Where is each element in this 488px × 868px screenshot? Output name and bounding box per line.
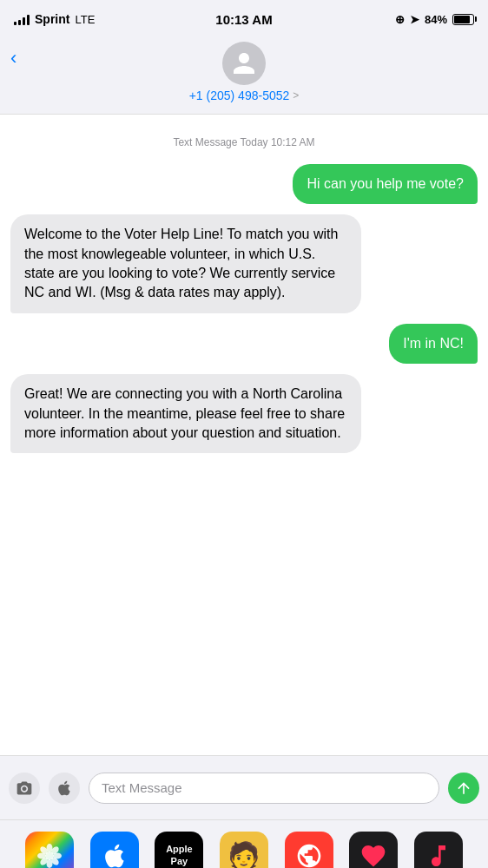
messages-area: Text Message Today 10:12 AM Hi can you h… [0, 115, 488, 755]
bubble-incoming-1: Welcome to the Voter Help Line! To match… [10, 214, 361, 313]
status-time: 10:13 AM [215, 12, 272, 27]
signal-bars-icon [14, 13, 30, 25]
contact-name[interactable]: +1 (205) 498-5052 > [189, 89, 300, 102]
contact-number: +1 (205) 498-5052 [189, 89, 290, 102]
dock-photos-icon[interactable] [25, 832, 74, 869]
send-button[interactable] [448, 773, 479, 804]
back-button[interactable]: ‹ [10, 47, 16, 69]
globe-search-icon [295, 842, 323, 869]
contact-avatar [222, 42, 266, 85]
app-store-icon [56, 779, 73, 797]
person-icon [231, 50, 257, 76]
bubble-outgoing-2: I'm in NC! [389, 324, 478, 364]
app-store-a-icon [101, 842, 129, 869]
heart-icon [359, 842, 387, 869]
text-input-placeholder: Text Message [102, 780, 182, 795]
status-bar: Sprint LTE 10:13 AM ⊕ ➤ 84% [0, 0, 488, 38]
message-row: Great! We are connecting you with a Nort… [10, 374, 478, 453]
battery-percent: 84% [425, 13, 447, 26]
battery-fill [454, 16, 470, 23]
dock-emoji-icon[interactable]: 🧑 [220, 832, 268, 869]
camera-icon [16, 779, 33, 797]
text-input-wrapper[interactable]: Text Message [89, 773, 439, 804]
battery-icon [452, 14, 474, 25]
send-arrow-icon [455, 779, 472, 797]
chevron-right-icon: > [293, 89, 299, 102]
dock-appstore-icon[interactable] [90, 832, 139, 869]
network-label: LTE [75, 13, 95, 26]
message-row: Welcome to the Voter Help Line! To match… [10, 214, 478, 313]
location-icon: ⊕ [395, 13, 405, 26]
dock-search-icon[interactable] [285, 832, 333, 869]
navigation-icon: ➤ [410, 13, 419, 26]
status-left: Sprint LTE [14, 12, 95, 26]
dock-music-icon[interactable] [414, 832, 463, 869]
carrier-label: Sprint [35, 12, 69, 26]
message-row: I'm in NC! [10, 324, 478, 364]
applepay-label: ApplePay [166, 844, 193, 866]
bubble-outgoing-1: Hi can you help me vote? [293, 164, 478, 204]
input-bar: Text Message [0, 755, 488, 819]
status-right: ⊕ ➤ 84% [395, 13, 474, 26]
camera-button[interactable] [9, 773, 40, 804]
timestamp-label: Text Message Today 10:12 AM [10, 135, 478, 150]
nav-bar: ‹ +1 (205) 498-5052 > [0, 38, 488, 115]
bubble-incoming-2: Great! We are connecting you with a Nort… [10, 374, 361, 453]
dock: ApplePay 🧑 [0, 819, 488, 868]
photos-flower-icon [36, 842, 63, 869]
app-drawer-button[interactable] [49, 773, 80, 804]
dock-applepay-icon[interactable]: ApplePay [155, 832, 203, 869]
message-row: Hi can you help me vote? [10, 164, 478, 204]
music-note-icon [425, 842, 452, 869]
dock-heart-icon[interactable] [349, 832, 398, 869]
